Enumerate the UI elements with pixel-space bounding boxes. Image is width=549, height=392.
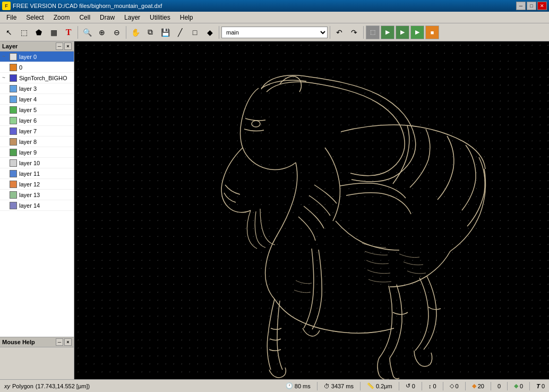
menu-item-cell[interactable]: Cell [75,13,95,22]
status-count4: ◆ 20 [472,382,484,389]
mouse-help-close-btn[interactable]: × [64,338,72,346]
layer-name-label: layer 9 [19,149,37,156]
layer-item[interactable]: layer 12 [0,179,74,190]
status-time2: ⏱ 3437 ms [324,383,354,389]
draw-line-icon: ╱ [178,28,182,37]
save-button[interactable]: 💾 [158,25,172,39]
action-btn-3[interactable]: ▶ [396,25,409,39]
draw-line-button[interactable]: ╱ [173,25,187,39]
layer-item[interactable]: layer 8 [0,137,74,147]
status-count6: ◆ 0 [514,382,523,389]
layer-item[interactable]: layer 4 [0,94,74,105]
svg-point-0 [252,121,260,127]
action-btn-1[interactable]: ⬚ [366,25,380,39]
node-icon: ◆ [207,28,213,37]
zoom-in-button[interactable]: ⊕ [95,25,109,39]
layer-panel-title: Layer [2,43,18,49]
clock2-icon: ⏱ [324,383,330,389]
draw-rect-icon: □ [193,28,197,37]
mouse-help-minimize-btn[interactable]: ─ [56,338,63,346]
draw-rect-button[interactable]: □ [188,25,202,39]
text-icon: T [66,28,72,37]
pan-icon: ✋ [131,28,140,37]
left-panel: Layer ─ × ~layer 00~SignTorch_BIGHOlayer… [0,41,74,379]
layer-name-label: layer 13 [19,192,40,198]
layer-name-label: layer 8 [19,139,37,145]
app-icon: F [2,2,11,10]
layer-item[interactable]: layer 10 [0,158,74,168]
layer-item[interactable]: layer 5 [0,105,74,115]
menu-item-layer[interactable]: Layer [120,13,144,22]
layer-item[interactable]: layer 14 [0,200,74,211]
layer-name-label: layer 3 [19,86,37,92]
menu-item-file[interactable]: File [2,13,21,22]
menu-item-help[interactable]: Help [176,13,198,22]
layer-visibility-icon: ~ [2,75,7,81]
layer-item[interactable]: layer 9 [0,147,74,158]
panel-close-btn[interactable]: × [64,42,72,50]
canvas-area[interactable] [74,41,549,379]
statusbar: xy Polygon (17.743,14.552 [μm]) 🕐 80 ms … [0,379,549,392]
pointer-tool-button[interactable]: ↖ [2,25,16,39]
status-sep-9 [529,382,530,390]
mouse-help-panel: Mouse Help ─ × [0,337,74,379]
redo-button[interactable]: ↷ [347,25,361,39]
layer-name-label: layer 12 [19,181,40,188]
panel-minimize-btn[interactable]: ─ [56,42,63,50]
status-sep-5 [443,382,443,390]
copy-icon: ⧉ [148,28,153,37]
layer-name-label: SignTorch_BIGHO [19,75,67,81]
rotate-icon: ↺ [406,382,410,389]
diamond-icon: ◇ [450,382,454,389]
zoom-out-button[interactable]: ⊖ [110,25,124,39]
text-tool-button[interactable]: T [62,25,75,39]
menu-item-select[interactable]: Select [22,13,48,22]
toolbar: ↖ ⬚ ⬟ ▦ T 🔍 ⊕ ⊖ ✋ ⧉ 💾 ╱ □ ◆ main [0,23,549,41]
undo-button[interactable]: ↶ [332,25,346,39]
flip-icon: ↕ [428,383,432,389]
hatching-button[interactable]: ▦ [47,25,61,39]
separator-4 [330,26,330,39]
titlebar-left: F FREE VERSION D:/CAD files/bighorn_moun… [2,2,162,10]
layer-item[interactable]: layer 3 [0,83,74,94]
layer-name-label: layer 4 [19,96,37,103]
pan-button[interactable]: ✋ [128,25,142,39]
zoom-in-icon: ⊕ [99,28,105,37]
layer-item[interactable]: ~SignTorch_BIGHO [0,73,74,83]
close-button[interactable]: ✕ [537,2,547,10]
orange-diamond-icon: ◆ [472,382,476,389]
menu-item-utilities[interactable]: Utilities [145,13,175,22]
layer-color-swatch [10,74,17,82]
menubar: FileSelectZoomCellDrawLayerUtilitiesHelp [0,12,549,23]
layer-color-swatch [10,64,17,71]
select-rect-button[interactable]: ⬚ [17,25,31,39]
select-poly-button[interactable]: ⬟ [32,25,46,39]
layer-name-label: layer 11 [19,171,40,177]
coordinates-label: (17.743,14.552 [μm]) [36,383,90,389]
status-rotate: ↺ 0 [406,382,415,389]
layer-item[interactable]: layer 6 [0,115,74,126]
minimize-button[interactable]: ─ [516,2,526,10]
maximize-button[interactable]: □ [527,2,536,10]
action-btn-2[interactable]: ▶ [381,25,394,39]
zoom-window-button[interactable]: 🔍 [80,25,94,39]
layer-color-swatch [10,85,17,92]
layer-item[interactable]: ~layer 0 [0,52,74,62]
layer-color-swatch [10,159,17,167]
view-select[interactable]: main [221,27,328,38]
menu-item-zoom[interactable]: Zoom [49,13,74,22]
node-button[interactable]: ◆ [203,25,217,39]
action-btn-4[interactable]: ▶ [410,25,424,39]
action-btn-5[interactable]: ■ [425,25,439,39]
layer-item[interactable]: layer 13 [0,190,74,200]
layer-list: ~layer 00~SignTorch_BIGHOlayer 3layer 4l… [0,52,74,337]
layer-name-label: layer 10 [19,160,40,166]
layer-color-swatch [10,202,17,209]
menu-item-draw[interactable]: Draw [96,13,119,22]
redo-icon: ↷ [351,28,357,37]
layer-item[interactable]: layer 7 [0,126,74,137]
copy-button[interactable]: ⧉ [143,25,157,39]
status-scale: 📏 0.2μm [367,382,392,389]
layer-item[interactable]: 0 [0,62,74,73]
layer-item[interactable]: layer 11 [0,168,74,179]
